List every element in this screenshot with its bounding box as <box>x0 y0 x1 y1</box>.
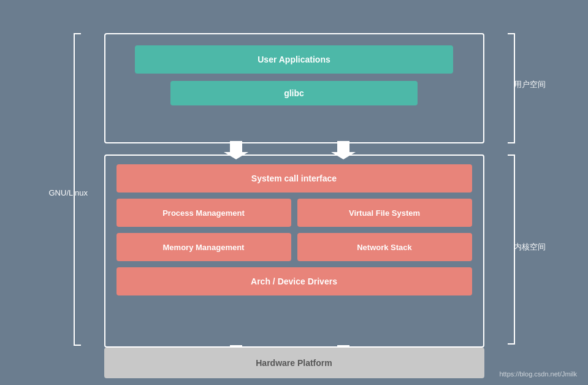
label-kernel-space: 内核空间 <box>514 242 546 253</box>
memory-management-box: Memory Management <box>116 233 291 261</box>
user-space-box: User Applications glibc <box>104 33 484 143</box>
virtual-file-system-label: Virtual File System <box>349 208 420 218</box>
system-call-box: System call interface <box>116 164 472 192</box>
virtual-file-system-box: Virtual File System <box>297 199 472 227</box>
glibc-box: glibc <box>170 81 418 105</box>
process-management-label: Process Management <box>162 208 245 218</box>
hardware-platform-label: Hardware Platform <box>256 358 332 368</box>
glibc-label: glibc <box>284 88 304 98</box>
memory-management-label: Memory Management <box>163 243 245 252</box>
network-stack-label: Network Stack <box>357 243 412 252</box>
kernel-row-2: Memory Management Network Stack <box>116 233 472 261</box>
hardware-platform-box: Hardware Platform <box>104 348 484 378</box>
diagram-container: GNU/Linux 用户空间 内核空间 User Applications gl… <box>86 15 503 370</box>
process-management-box: Process Management <box>116 199 291 227</box>
kernel-space-box: System call interface Process Management… <box>104 154 484 348</box>
label-user-space: 用户空间 <box>514 79 546 90</box>
arch-device-drivers-label: Arch / Device Drivers <box>251 276 337 286</box>
network-stack-box: Network Stack <box>297 233 472 261</box>
arch-device-drivers-box: Arch / Device Drivers <box>116 267 472 295</box>
user-applications-label: User Applications <box>258 55 330 64</box>
watermark: https://blog.csdn.net/Jmilk <box>499 370 577 378</box>
label-gnu-linux: GNU/Linux <box>49 188 88 197</box>
system-call-label: System call interface <box>251 173 337 183</box>
kernel-row-1: Process Management Virtual File System <box>116 199 472 227</box>
user-applications-box: User Applications <box>135 45 452 74</box>
